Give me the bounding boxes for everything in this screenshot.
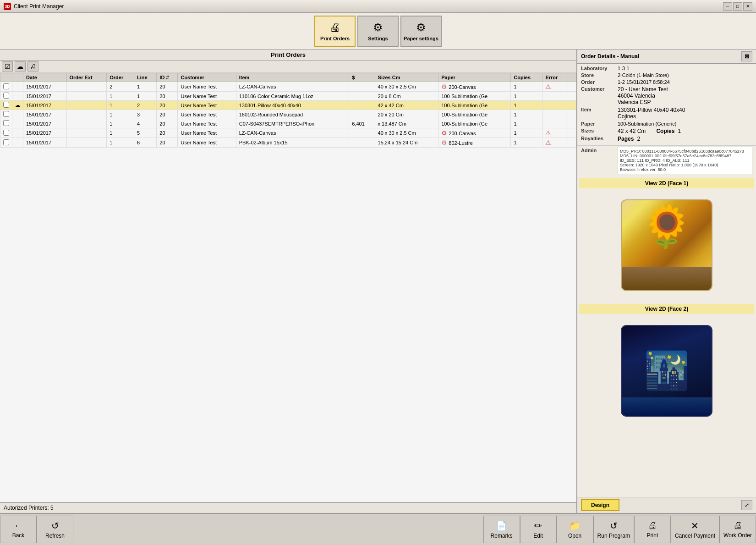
col-dollar[interactable]: $: [349, 73, 375, 82]
row-copies: 1: [511, 110, 542, 119]
row-error: ⚠: [542, 82, 568, 92]
print-button[interactable]: 🖨: [27, 61, 38, 72]
store-value: 2-Colón (1-Main Store): [618, 72, 752, 78]
col-copies[interactable]: Copies: [511, 73, 542, 82]
orders-table-wrapper[interactable]: Date Order Ext Order Line ID # Customer …: [0, 73, 576, 502]
row-cloud: [12, 138, 23, 148]
row-error: ⚠: [542, 138, 568, 148]
view1-label: View 2D (Face 1): [579, 178, 754, 188]
work-order-button[interactable]: 🖨 Work Order: [719, 516, 756, 543]
table-row[interactable]: 15/01/2017 2 1 20 User Name Test LZ-CAN-…: [0, 82, 576, 92]
row-id: 20: [157, 92, 178, 101]
royalties-value: Pages 2: [618, 136, 752, 142]
window-controls[interactable]: ─ □ ✕: [723, 2, 752, 11]
sunflowers-artwork: 🌻: [621, 199, 712, 291]
row-sizes: x 13,487 Cm: [375, 119, 438, 128]
run-program-button[interactable]: ↺ Run Program: [593, 516, 634, 543]
refresh-icon: ↺: [51, 520, 59, 531]
row-order-ext: [66, 101, 107, 110]
row-error: [542, 119, 568, 128]
right-panel: Order Details - Manual ⊠ Laboratory 1-3-…: [577, 50, 756, 513]
app-icon: 3D: [4, 3, 11, 10]
laboratory-label: Laboratory: [581, 66, 618, 71]
edit-button[interactable]: ✏ Edit: [520, 516, 557, 543]
row-id: 20: [157, 82, 178, 92]
table-row[interactable]: 15/01/2017 1 5 20 User Name Test LZ-CAN-…: [0, 128, 576, 138]
row-checkbox[interactable]: [0, 101, 12, 110]
row-action: [568, 101, 576, 110]
row-dollar: [349, 128, 375, 138]
row-checkbox[interactable]: [0, 92, 12, 101]
fullscreen-button[interactable]: ⤢: [741, 500, 752, 510]
row-customer: User Name Test: [178, 138, 236, 148]
refresh-button[interactable]: ↺ Refresh: [37, 516, 73, 543]
view1-image: 🌻: [579, 190, 754, 300]
remarks-button[interactable]: 📄 Remarks: [483, 516, 520, 543]
image-section[interactable]: View 2D (Face 1) 🌻 View 2D (Face 2) 🌃: [577, 176, 756, 497]
row-paper: 100-Sublimation (Ge: [438, 119, 511, 128]
row-error: [542, 101, 568, 110]
row-date: 15/01/2017: [23, 119, 67, 128]
store-label: Store: [581, 72, 618, 78]
minimize-button[interactable]: ─: [723, 2, 732, 11]
cloud-button[interactable]: ☁: [15, 61, 26, 72]
col-line[interactable]: Line: [134, 73, 156, 82]
row-dollar: [349, 82, 375, 92]
row-customer: User Name Test: [178, 110, 236, 119]
order-details-header: Order Details - Manual ⊠: [577, 50, 756, 64]
table-row[interactable]: 15/01/2017 1 3 20 User Name Test 160102-…: [0, 110, 576, 119]
paper-label: Paper: [581, 121, 618, 127]
order-label: Order: [581, 79, 618, 85]
cancel-payment-button[interactable]: ✕ Cancel Payment: [671, 516, 719, 543]
row-paper: ⚙ 802-Lustre: [438, 138, 511, 148]
close-button[interactable]: ✕: [743, 2, 752, 11]
back-button[interactable]: ← Back: [0, 516, 37, 543]
print-orders-button[interactable]: 🖨 Print Orders: [314, 16, 356, 47]
row-order: 1: [107, 110, 134, 119]
row-action: [568, 92, 576, 101]
open-button[interactable]: 📁 Open: [557, 516, 593, 543]
col-id[interactable]: ID #: [157, 73, 178, 82]
col-error[interactable]: Error: [542, 73, 568, 82]
table-row[interactable]: 15/01/2017 1 4 20 User Name Test C07-S04…: [0, 119, 576, 128]
col-order[interactable]: Order: [107, 73, 134, 82]
row-checkbox[interactable]: [0, 110, 12, 119]
design-button[interactable]: Design: [581, 499, 619, 511]
row-cloud: [12, 110, 23, 119]
row-line: 6: [134, 138, 156, 148]
col-item[interactable]: Item: [236, 73, 349, 82]
row-cloud: [12, 128, 23, 138]
table-row[interactable]: 15/01/2017 1 6 20 User Name Test PBK-02-…: [0, 138, 576, 148]
row-checkbox[interactable]: [0, 82, 12, 92]
col-paper[interactable]: Paper: [438, 73, 511, 82]
status-text: Autorized Printers: 5: [4, 505, 54, 511]
row-item: C07-S0437SEMTRPERSO-iPhon: [236, 119, 349, 128]
row-checkbox[interactable]: [0, 119, 12, 128]
restore-button[interactable]: □: [733, 2, 742, 11]
row-paper: ⚙ 200-Canvas: [438, 82, 511, 92]
col-sizes[interactable]: Sizes Cm: [375, 73, 438, 82]
row-order: 1: [107, 138, 134, 148]
row-checkbox[interactable]: [0, 128, 12, 138]
print-button[interactable]: 🖨 Print: [634, 516, 671, 543]
left-buttons: ← Back ↺ Refresh: [0, 516, 73, 543]
select-all-button[interactable]: ☑: [2, 61, 13, 72]
row-line: 1: [134, 92, 156, 101]
row-customer: User Name Test: [178, 119, 236, 128]
col-customer[interactable]: Customer: [178, 73, 236, 82]
row-order: 1: [107, 92, 134, 101]
row-checkbox[interactable]: [0, 138, 12, 148]
row-error: ⚠: [542, 128, 568, 138]
paper-settings-button[interactable]: ⚙ Paper settings: [400, 16, 442, 47]
table-row[interactable]: ☁ 15/01/2017 1 2 20 User Name Test 13030…: [0, 101, 576, 110]
col-order-ext[interactable]: Order Ext: [66, 73, 107, 82]
col-cloud: [12, 73, 23, 82]
col-date[interactable]: Date: [23, 73, 67, 82]
expand-button[interactable]: ⊠: [741, 51, 752, 61]
settings-button[interactable]: ⚙ Settings: [357, 16, 399, 47]
order-details-title: Order Details - Manual: [581, 53, 639, 60]
sizes-value: 42 x 42 Cm Copies 1: [618, 128, 752, 134]
admin-info: MD5_PRO: 000111-000004-6575cf040bd261038…: [618, 147, 752, 174]
row-paper: ⚙ 200-Canvas: [438, 128, 511, 138]
table-row[interactable]: 15/01/2017 1 1 20 User Name Test 110106-…: [0, 92, 576, 101]
